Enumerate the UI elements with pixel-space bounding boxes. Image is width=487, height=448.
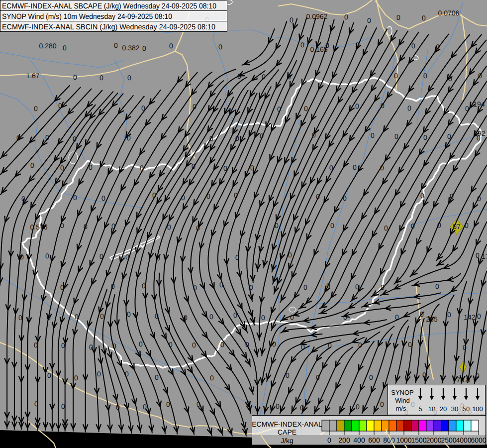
svg-text:0: 0	[423, 72, 427, 80]
svg-text:100: 100	[472, 405, 483, 413]
svg-text:0.0706: 0.0706	[438, 9, 460, 17]
svg-text:0: 0	[169, 42, 173, 50]
svg-text:SYNOP Wind (m/s) 10m Wednesday: SYNOP Wind (m/s) 10m Wednesday 24-09-202…	[2, 12, 172, 21]
svg-text:0: 0	[371, 131, 375, 139]
svg-text:0: 0	[355, 102, 359, 110]
svg-text:0: 0	[450, 192, 454, 200]
svg-text:4000: 4000	[456, 436, 471, 444]
svg-text:0: 0	[192, 341, 196, 349]
svg-text:0: 0	[367, 16, 371, 24]
svg-text:0: 0	[99, 74, 103, 82]
svg-text:0: 0	[465, 105, 469, 112]
svg-text:0: 0	[300, 41, 304, 49]
svg-text:0: 0	[140, 164, 144, 172]
svg-text:0: 0	[343, 194, 347, 202]
svg-text:0: 0	[476, 251, 480, 259]
svg-text:0: 0	[142, 44, 146, 52]
svg-text:0.382: 0.382	[122, 44, 139, 52]
svg-text:0: 0	[411, 222, 415, 230]
svg-text:0: 0	[396, 13, 400, 21]
svg-text:ECMWF-INDEX-ANAL: ECMWF-INDEX-ANAL	[252, 420, 322, 428]
svg-text:1.67: 1.67	[26, 72, 39, 80]
svg-text:0: 0	[356, 403, 360, 411]
svg-text:0: 0	[380, 400, 384, 408]
svg-text:0: 0	[303, 283, 307, 291]
svg-text:0: 0	[206, 192, 210, 200]
svg-text:ECMWF-INDEX-ANAL SBCAPE (J/kg): ECMWF-INDEX-ANAL SBCAPE (J/kg) Wednesday…	[2, 2, 216, 10]
svg-text:0: 0	[477, 312, 481, 320]
svg-text:142: 142	[464, 313, 476, 321]
svg-text:0: 0	[73, 73, 77, 81]
svg-text:0: 0	[290, 16, 293, 24]
svg-text:0: 0	[127, 74, 131, 82]
svg-text:0: 0	[394, 132, 398, 140]
svg-text:400: 400	[353, 436, 365, 444]
svg-text:0: 0	[47, 371, 51, 379]
svg-text:0: 0	[290, 313, 294, 321]
svg-text:ECMWF-INDEX-ANAL SBCIN (J/kg): ECMWF-INDEX-ANAL SBCIN (J/kg) Wednesday …	[2, 23, 215, 31]
svg-text:0: 0	[261, 314, 265, 322]
svg-text:Wind: Wind	[395, 397, 410, 404]
svg-text:0: 0	[63, 44, 67, 52]
svg-text:0: 0	[353, 163, 357, 171]
svg-text:0: 0	[404, 409, 408, 416]
svg-text:0: 0	[34, 105, 38, 112]
svg-text:0: 0	[304, 105, 308, 112]
svg-text:0: 0	[344, 13, 348, 21]
svg-text:J/kg: J/kg	[281, 437, 293, 445]
svg-text:0: 0	[97, 370, 101, 378]
svg-text:1500: 1500	[411, 436, 426, 444]
svg-text:0: 0	[407, 104, 411, 112]
svg-text:0: 0	[422, 14, 426, 22]
svg-text:0: 0	[218, 43, 222, 51]
svg-text:0: 0	[369, 373, 373, 381]
svg-text:0: 0	[114, 41, 118, 49]
svg-text:0: 0	[210, 374, 214, 382]
svg-text:0: 0	[394, 72, 398, 80]
svg-text:0: 0	[447, 311, 451, 319]
svg-text:0: 0	[411, 42, 415, 50]
svg-text:0: 0	[139, 340, 143, 348]
svg-text:20.6: 20.6	[457, 407, 472, 416]
svg-text:CAPE: CAPE	[278, 428, 296, 436]
svg-text:0: 0	[45, 252, 49, 260]
svg-text:20: 20	[440, 405, 447, 413]
svg-text:2000: 2000	[426, 436, 441, 444]
svg-text:0: 0	[435, 282, 439, 290]
svg-text:0: 0	[100, 312, 104, 320]
svg-text:0: 0	[433, 409, 437, 416]
svg-text:0: 0	[423, 133, 427, 141]
svg-text:2500: 2500	[441, 436, 456, 444]
svg-text:6000: 6000	[471, 436, 486, 444]
svg-text:0: 0	[384, 224, 388, 232]
svg-text:0: 0	[327, 436, 331, 444]
svg-text:0: 0	[408, 340, 412, 348]
svg-text:5: 5	[418, 405, 422, 413]
svg-text:0: 0	[209, 313, 213, 321]
svg-text:200: 200	[338, 436, 350, 444]
svg-text:0: 0	[316, 193, 320, 201]
svg-text:0: 0	[330, 222, 334, 229]
svg-text:0: 0	[276, 402, 280, 410]
svg-text:0: 0	[155, 373, 159, 381]
svg-text:0: 0	[127, 310, 131, 318]
svg-text:600: 600	[368, 436, 380, 444]
svg-text:0: 0	[30, 161, 34, 169]
svg-text:SYNOP: SYNOP	[391, 389, 414, 396]
svg-text:0: 0	[101, 194, 105, 202]
svg-text:0: 0	[420, 192, 424, 200]
svg-text:1000: 1000	[396, 436, 411, 444]
svg-text:0: 0	[74, 374, 78, 382]
svg-text:0.280: 0.280	[39, 42, 56, 50]
